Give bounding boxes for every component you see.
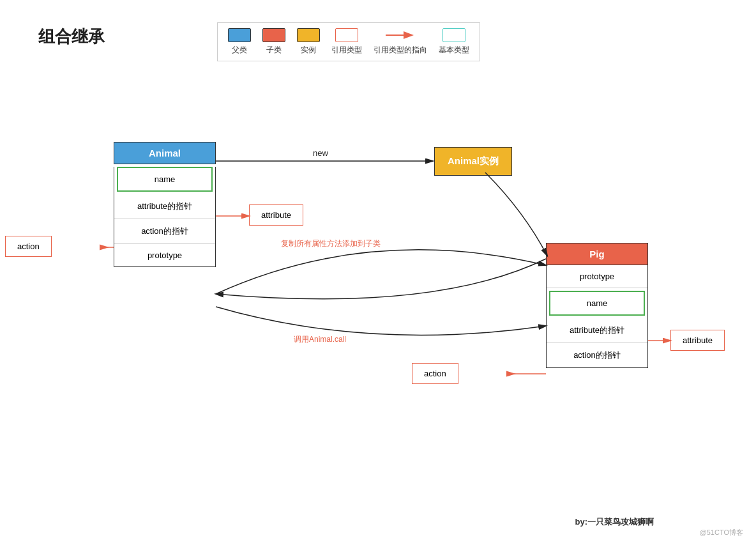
legend-child: 子类: [262, 28, 285, 56]
float-box-attribute-center: attribute: [249, 204, 303, 226]
float-box-attribute-right: attribute: [670, 330, 725, 351]
pig-class: Pig prototype name attribute的指针 action的指…: [546, 243, 648, 368]
float-box-action-center: action: [412, 363, 458, 384]
watermark: @51CTO博客: [700, 528, 743, 537]
animal-row-prototype: prototype: [114, 244, 215, 266]
float-box-action-left: action: [5, 236, 52, 257]
animal-class: Animal name attribute的指针 action的指针 proto…: [114, 142, 216, 267]
legend-ref-arrow: 引用类型的指向: [374, 28, 427, 56]
pig-row-name: name: [549, 291, 645, 316]
pig-class-body: prototype name attribute的指针 action的指针: [546, 265, 648, 368]
pig-class-header: Pig: [546, 243, 648, 265]
svg-text:调用Animal.call: 调用Animal.call: [294, 335, 346, 344]
animal-row-name: name: [117, 167, 213, 192]
legend-basic-type: 基本类型: [439, 28, 469, 56]
animal-class-body: name attribute的指针 action的指针 prototype: [114, 167, 216, 267]
page-title: 组合继承: [38, 26, 105, 48]
animal-row-action-ptr: action的指针: [114, 219, 215, 244]
legend-father: 父类: [228, 28, 251, 56]
legend-instance: 实例: [297, 28, 320, 56]
credit: by:一只菜鸟攻城狮啊: [575, 516, 654, 528]
svg-text:new: new: [313, 148, 328, 158]
legend-ref-type: 引用类型: [331, 28, 362, 56]
pig-row-prototype: prototype: [547, 265, 647, 288]
pig-row-action-ptr: action的指针: [547, 343, 647, 367]
animal-instance: Animal实例: [434, 147, 512, 176]
svg-text:复制所有属性方法添加到子类: 复制所有属性方法添加到子类: [281, 239, 381, 248]
animal-row-attribute-ptr: attribute的指针: [114, 194, 215, 219]
pig-row-attribute-ptr: attribute的指针: [547, 318, 647, 343]
legend: 父类 子类 实例 引用类型 引用类型的指向 基本类型: [217, 22, 480, 61]
animal-class-header: Animal: [114, 142, 216, 164]
